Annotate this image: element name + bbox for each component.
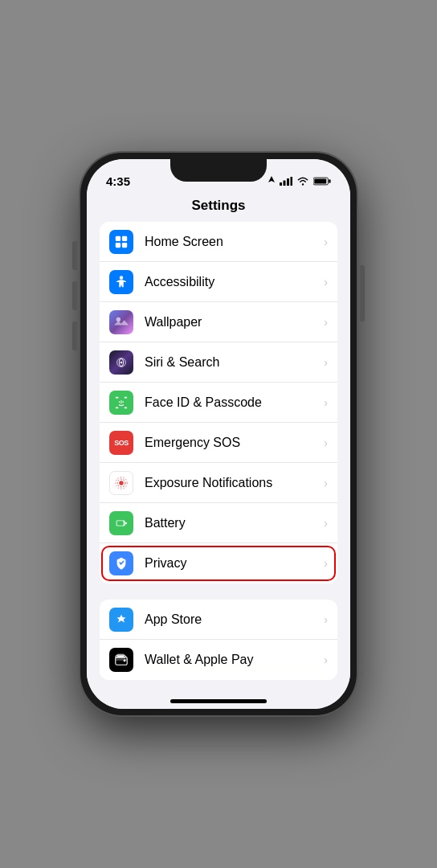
page-title: Settings bbox=[87, 194, 350, 222]
exposure-icon bbox=[109, 471, 133, 495]
settings-item-wallpaper[interactable]: Wallpaper › bbox=[100, 302, 337, 342]
svg-rect-6 bbox=[314, 178, 326, 183]
status-time: 4:35 bbox=[106, 174, 130, 188]
location-icon bbox=[268, 176, 276, 186]
settings-item-wallet[interactable]: Wallet & Apple Pay › bbox=[100, 640, 337, 680]
battery-chevron: › bbox=[324, 517, 328, 530]
svg-rect-10 bbox=[122, 242, 127, 247]
settings-item-siri-search[interactable]: Siri & Search › bbox=[100, 342, 337, 383]
emergency-sos-label: Emergency SOS bbox=[145, 436, 324, 450]
wallpaper-icon bbox=[109, 310, 133, 334]
app-store-chevron: › bbox=[324, 613, 328, 626]
battery-label: Battery bbox=[145, 516, 324, 530]
svg-point-15 bbox=[120, 361, 123, 363]
home-indicator bbox=[87, 693, 350, 709]
face-id-label: Face ID & Passcode bbox=[145, 395, 324, 410]
accessibility-icon bbox=[109, 270, 133, 294]
svg-rect-1 bbox=[284, 180, 286, 186]
svg-rect-3 bbox=[291, 177, 293, 186]
svg-rect-2 bbox=[287, 178, 289, 186]
accessibility-chevron: › bbox=[324, 276, 328, 289]
battery-settings-icon bbox=[109, 511, 133, 535]
face-id-chevron: › bbox=[324, 396, 328, 409]
wallet-chevron: › bbox=[324, 653, 328, 666]
face-id-icon bbox=[109, 391, 133, 415]
svg-point-11 bbox=[120, 276, 124, 280]
svg-rect-27 bbox=[117, 521, 124, 525]
emergency-sos-icon: SOS bbox=[109, 431, 133, 455]
wallpaper-label: Wallpaper bbox=[145, 315, 324, 330]
signal-icon bbox=[280, 177, 292, 186]
status-icons bbox=[268, 176, 331, 186]
svg-rect-30 bbox=[124, 660, 126, 662]
exposure-chevron: › bbox=[324, 477, 328, 489]
wifi-icon bbox=[296, 176, 309, 186]
home-screen-chevron: › bbox=[324, 235, 328, 248]
exposure-label: Exposure Notifications bbox=[145, 476, 324, 490]
section-group-2: App Store › Wallet & Apple Pay bbox=[100, 600, 337, 680]
settings-item-app-store[interactable]: App Store › bbox=[100, 600, 337, 640]
svg-point-20 bbox=[119, 401, 120, 403]
svg-point-22 bbox=[119, 481, 123, 485]
app-store-icon bbox=[109, 608, 133, 632]
settings-item-exposure[interactable]: Exposure Notifications › bbox=[100, 463, 337, 503]
home-screen-label: Home Screen bbox=[145, 235, 324, 249]
svg-rect-16 bbox=[116, 396, 119, 398]
phone-screen: 4:35 bbox=[87, 159, 350, 709]
accessibility-label: Accessibility bbox=[145, 275, 324, 289]
wallpaper-chevron: › bbox=[324, 316, 328, 329]
siri-label: Siri & Search bbox=[145, 355, 324, 370]
svg-rect-7 bbox=[116, 235, 120, 240]
siri-chevron: › bbox=[324, 356, 328, 369]
svg-rect-9 bbox=[116, 242, 120, 247]
svg-rect-5 bbox=[329, 179, 330, 182]
notch bbox=[170, 159, 267, 182]
privacy-icon bbox=[109, 551, 133, 575]
home-bar bbox=[170, 699, 267, 703]
privacy-chevron: › bbox=[324, 557, 328, 570]
emergency-sos-chevron: › bbox=[324, 436, 328, 449]
settings-item-battery[interactable]: Battery › bbox=[100, 503, 337, 543]
settings-item-home-screen[interactable]: Home Screen › bbox=[100, 222, 337, 262]
svg-rect-8 bbox=[122, 235, 127, 240]
wallet-label: Wallet & Apple Pay bbox=[145, 653, 324, 667]
battery-icon bbox=[313, 177, 331, 186]
svg-rect-18 bbox=[116, 407, 119, 408]
svg-rect-0 bbox=[280, 182, 282, 186]
settings-item-face-id[interactable]: Face ID & Passcode › bbox=[100, 383, 337, 423]
phone-frame: 4:35 bbox=[80, 153, 357, 715]
section-group-1: Home Screen › Accessibility › bbox=[100, 222, 337, 583]
svg-point-21 bbox=[122, 401, 124, 403]
privacy-label: Privacy bbox=[145, 556, 324, 571]
settings-item-accessibility[interactable]: Accessibility › bbox=[100, 262, 337, 302]
settings-list: Home Screen › Accessibility › bbox=[87, 222, 350, 693]
wallet-icon bbox=[109, 648, 133, 672]
svg-rect-17 bbox=[125, 396, 128, 398]
siri-icon bbox=[109, 350, 133, 375]
settings-item-emergency-sos[interactable]: SOS Emergency SOS › bbox=[100, 423, 337, 463]
settings-item-privacy[interactable]: Privacy › bbox=[100, 543, 337, 583]
svg-rect-26 bbox=[125, 522, 127, 524]
svg-rect-19 bbox=[125, 407, 128, 408]
app-store-label: App Store bbox=[145, 612, 324, 627]
home-screen-icon bbox=[109, 230, 133, 254]
